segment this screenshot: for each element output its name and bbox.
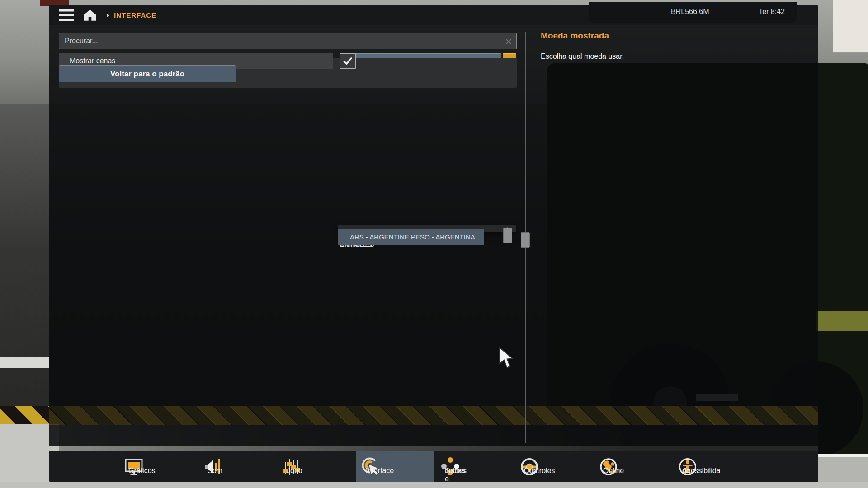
- panel-scrollbar-thumb[interactable]: [521, 232, 530, 248]
- game-settings-screen: INTERFACE BRL566,6M Ter 8:42 Moeda mostr…: [0, 0, 868, 488]
- checkbox-checked[interactable]: [340, 53, 356, 69]
- dropdown-scrollbar-thumb[interactable]: [503, 228, 512, 243]
- home-icon[interactable]: [83, 9, 97, 22]
- floor-edge-line: [818, 454, 868, 457]
- currency-option-highlighted[interactable]: ARS - ARGENTINE PESO - ARGENTINA: [338, 229, 484, 245]
- tab-online[interactable]: Online: [594, 451, 672, 482]
- money-balance: BRL566,6M: [671, 8, 709, 16]
- garage-floor-bottom: [0, 482, 868, 488]
- tab-sound[interactable]: Som: [198, 451, 276, 482]
- white-pillar: [833, 0, 868, 53]
- search-input[interactable]: [59, 33, 516, 49]
- breadcrumb-chevron-icon: [106, 13, 110, 18]
- chassis-rail: [816, 311, 868, 331]
- search-bar: [59, 33, 517, 49]
- tab-keys-buttons[interactable]: Teclas ebotões: [435, 451, 514, 482]
- tab-game[interactable]: Jogo: [277, 451, 355, 482]
- settings-tab-bar: Gráficos Som Jogo: [49, 451, 818, 482]
- cursor-icon: [498, 347, 517, 370]
- clear-search-icon[interactable]: [505, 38, 512, 45]
- hud-info-bar: BRL566,6M Ter 8:42: [589, 2, 797, 23]
- wall-band: [0, 357, 49, 368]
- reset-defaults-button[interactable]: Voltar para o padrão: [59, 65, 236, 82]
- tab-controls[interactable]: Controles: [514, 451, 593, 482]
- menu-hamburger-icon[interactable]: [59, 9, 74, 21]
- tab-graphics[interactable]: Gráficos: [119, 451, 197, 482]
- currency-dropdown-list: ADA - CARDANO AED - EMIRATI DIRHAM - UNI…: [338, 225, 516, 232]
- tooltip-description: Escolha qual moeda usar.: [541, 52, 624, 61]
- tab-interface[interactable]: Interface: [356, 451, 434, 482]
- breadcrumb: INTERFACE: [114, 11, 156, 19]
- tooltip-title: Moeda mostrada: [541, 31, 609, 41]
- tab-accessibility[interactable]: Acessibilidade: [673, 451, 751, 482]
- game-time: Ter 8:42: [759, 8, 785, 16]
